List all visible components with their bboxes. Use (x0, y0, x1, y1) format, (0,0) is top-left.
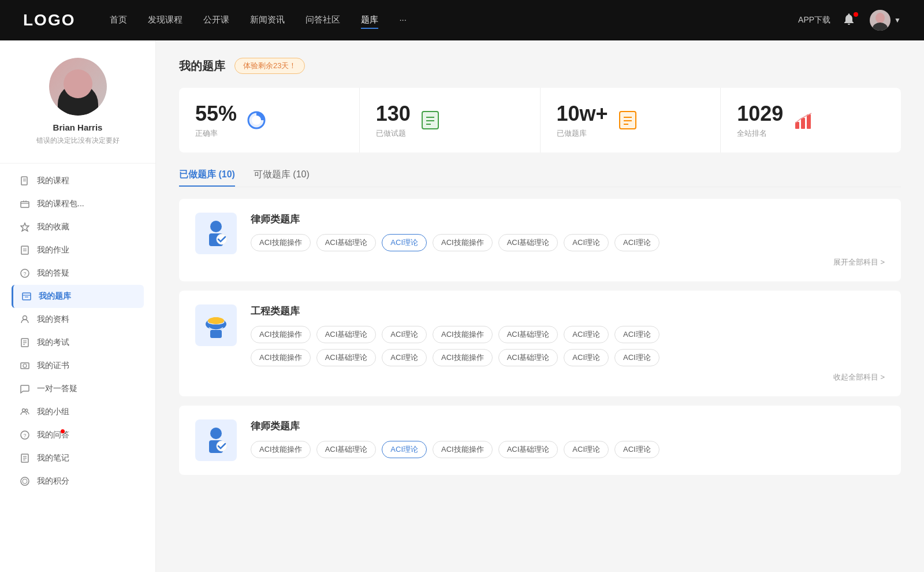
tag[interactable]: ACI技能操作 (433, 349, 493, 366)
avatar-image (49, 58, 107, 116)
tag-active[interactable]: ACI理论 (382, 234, 427, 251)
tag[interactable]: ACI基础理论 (316, 234, 377, 251)
nav-news[interactable]: 新闻资讯 (250, 12, 285, 29)
tag[interactable]: ACI基础理论 (316, 441, 377, 458)
chat-icon (20, 384, 30, 394)
bank-title-lawyer-1: 律师类题库 (251, 213, 885, 226)
stat-accuracy: 55% 正确率 (179, 88, 359, 153)
question-icon: ? (20, 268, 30, 278)
nav-open-course[interactable]: 公开课 (203, 12, 229, 29)
tag[interactable]: ACI理论 (614, 326, 660, 343)
tag[interactable]: ACI技能操作 (433, 234, 493, 251)
profile-icon (20, 314, 30, 325)
sidebar-label-my-homework: 我的作业 (37, 245, 69, 255)
stat-accuracy-label: 正确率 (195, 128, 237, 139)
stats-row: 55% 正确率 130 已做试题 (179, 88, 901, 153)
sidebar-item-my-favorites[interactable]: 我的收藏 (12, 216, 144, 239)
tag[interactable]: ACI理论 (614, 441, 660, 458)
nav-more[interactable]: ··· (399, 12, 407, 29)
profile-name: Brian Harris (53, 122, 103, 132)
tag[interactable]: ACI理论 (564, 326, 609, 343)
tag[interactable]: ACI理论 (382, 326, 427, 343)
sidebar-item-my-points[interactable]: 我的积分 (12, 470, 144, 493)
svg-point-1 (875, 13, 885, 23)
sidebar-item-my-questionbank[interactable]: 我的题库 (12, 285, 144, 308)
page-header: 我的题库 体验剩余23天！ (179, 58, 901, 74)
sidebar-item-my-notes[interactable]: 我的笔记 (12, 447, 144, 470)
tag[interactable]: ACI基础理论 (498, 349, 558, 366)
sidebar-item-my-profile[interactable]: 我的资料 (12, 308, 144, 331)
svg-rect-16 (23, 293, 31, 300)
sidebar: Brian Harris 错误的决定比没有决定要好 我的课程 我的课程包... (0, 40, 156, 572)
tag[interactable]: ACI理论 (564, 349, 609, 366)
main-content: 我的题库 体验剩余23天！ 55% 正确率 (156, 40, 924, 572)
sidebar-menu: 我的课程 我的课程包... 我的收藏 我的作业 (0, 169, 155, 493)
logo: LOGO (23, 11, 75, 29)
nav-question-bank[interactable]: 题库 (361, 12, 378, 29)
tag[interactable]: ACI技能操作 (251, 441, 311, 458)
user-avatar-menu[interactable]: ▼ (870, 10, 901, 31)
nav-discover[interactable]: 发现课程 (148, 12, 182, 29)
bank-content-lawyer-2: 律师类题库 ACI技能操作 ACI基础理论 ACI理论 ACI技能操作 ACI基… (251, 419, 885, 458)
sidebar-label-my-points: 我的积分 (37, 476, 69, 486)
sidebar-item-my-exam[interactable]: 我的考试 (12, 331, 144, 354)
bank-card-lawyer-1: 律师类题库 ACI技能操作 ACI基础理论 ACI理论 ACI技能操作 ACI基… (179, 199, 901, 281)
tag[interactable]: ACI技能操作 (251, 326, 311, 343)
tag[interactable]: ACI技能操作 (433, 326, 493, 343)
app-download-link[interactable]: APP下载 (798, 15, 830, 25)
sidebar-label-my-favorites: 我的收藏 (37, 222, 69, 232)
svg-rect-60 (210, 330, 222, 338)
svg-text:?: ? (23, 433, 26, 439)
tag[interactable]: ACI理论 (614, 349, 660, 366)
svg-rect-49 (801, 118, 805, 129)
svg-point-25 (23, 364, 27, 367)
tag[interactable]: ACI基础理论 (316, 349, 377, 366)
bank-card-engineer: 工程类题库 ACI技能操作 ACI基础理论 ACI理论 ACI技能操作 ACI基… (179, 291, 901, 396)
sidebar-label-my-package: 我的课程包... (37, 199, 84, 209)
sidebar-item-my-group[interactable]: 我的小组 (12, 400, 144, 424)
sidebar-item-my-questions[interactable]: ? 我的答疑 (12, 262, 144, 285)
stat-banks-done-label: 已做题库 (557, 128, 608, 139)
sidebar-label-my-questions: 我的答疑 (37, 268, 69, 278)
tag[interactable]: ACI基础理论 (498, 326, 558, 343)
collapse-link-engineer[interactable]: 收起全部科目 > (251, 372, 885, 382)
tag[interactable]: ACI理论 (564, 441, 609, 458)
tag[interactable]: ACI技能操作 (433, 441, 493, 458)
sidebar-item-my-qa[interactable]: ? 我的问答 (12, 424, 144, 447)
tag[interactable]: ACI技能操作 (251, 349, 311, 366)
sidebar-item-my-course[interactable]: 我的课程 (12, 169, 144, 192)
bank-title-lawyer-2: 律师类题库 (251, 419, 885, 433)
tag[interactable]: ACI理论 (614, 234, 660, 251)
accuracy-pie-icon (246, 110, 267, 131)
svg-rect-59 (213, 317, 219, 322)
tag[interactable]: ACI基础理论 (498, 441, 558, 458)
notification-dot (854, 12, 858, 17)
svg-point-35 (23, 479, 27, 484)
questions-done-icon (420, 110, 441, 131)
notification-bell[interactable] (842, 12, 858, 28)
nav-home[interactable]: 首页 (110, 12, 127, 29)
sidebar-label-my-course: 我的课程 (37, 176, 69, 186)
tag[interactable]: ACI理论 (382, 349, 427, 366)
sidebar-item-one-on-one[interactable]: 一对一答疑 (12, 377, 144, 400)
sidebar-item-my-homework[interactable]: 我的作业 (12, 239, 144, 262)
homework-icon (20, 245, 30, 255)
nav-qa[interactable]: 问答社区 (305, 12, 340, 29)
tag-active[interactable]: ACI理论 (382, 441, 427, 458)
svg-point-26 (23, 409, 25, 412)
tag[interactable]: ACI基础理论 (498, 234, 558, 251)
tab-available-banks[interactable]: 可做题库 (10) (254, 169, 310, 187)
qa-icon: ? (20, 430, 30, 440)
sidebar-label-my-cert: 我的证书 (37, 361, 69, 371)
tab-done-banks[interactable]: 已做题库 (10) (179, 169, 235, 187)
avatar (870, 10, 891, 31)
tag[interactable]: ACI基础理论 (316, 326, 377, 343)
sidebar-item-my-cert[interactable]: 我的证书 (12, 354, 144, 377)
svg-point-61 (210, 428, 222, 439)
sidebar-item-my-package[interactable]: 我的课程包... (12, 192, 144, 216)
bank-card-lawyer-2: 律师类题库 ACI技能操作 ACI基础理论 ACI理论 ACI技能操作 ACI基… (179, 406, 901, 475)
bank-content-lawyer-1: 律师类题库 ACI技能操作 ACI基础理论 ACI理论 ACI技能操作 ACI基… (251, 213, 885, 268)
expand-link-lawyer-1[interactable]: 展开全部科目 > (251, 257, 885, 268)
tag[interactable]: ACI理论 (564, 234, 609, 251)
tag[interactable]: ACI技能操作 (251, 234, 311, 251)
